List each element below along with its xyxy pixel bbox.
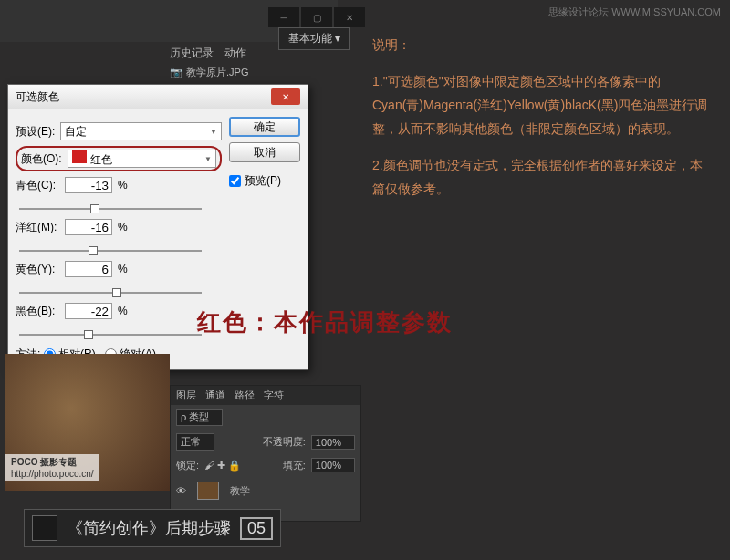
colors-select[interactable]: 红色 bbox=[68, 150, 216, 168]
black-input[interactable] bbox=[65, 303, 112, 319]
close-app-button[interactable]: ✕ bbox=[334, 7, 365, 27]
tab-history[interactable]: 历史记录 bbox=[170, 46, 214, 61]
tab-character[interactable]: 字符 bbox=[264, 389, 284, 402]
red-swatch bbox=[72, 150, 87, 163]
tab-actions[interactable]: 动作 bbox=[224, 46, 246, 61]
black-slider[interactable] bbox=[19, 330, 202, 339]
tab-paths[interactable]: 路径 bbox=[235, 389, 255, 402]
cancel-button[interactable]: 取消 bbox=[229, 142, 300, 162]
minimize-button[interactable]: ─ bbox=[268, 7, 299, 27]
black-label: 黑色(B): bbox=[16, 304, 59, 319]
layer-row[interactable]: 👁 教学 bbox=[171, 476, 360, 505]
pen-icon bbox=[32, 515, 57, 541]
colors-label: 颜色(O): bbox=[21, 151, 62, 167]
yellow-label: 黄色(Y): bbox=[16, 262, 59, 277]
layer-filter[interactable]: ρ 类型 bbox=[176, 409, 223, 426]
dialog-title: 可选颜色 bbox=[16, 89, 59, 105]
close-icon[interactable]: ✕ bbox=[271, 88, 300, 105]
cyan-slider[interactable] bbox=[19, 204, 202, 213]
preset-label: 预设(E): bbox=[16, 124, 55, 140]
opacity-input[interactable]: 100% bbox=[311, 435, 355, 450]
yellow-input[interactable] bbox=[65, 261, 112, 277]
tab-channels[interactable]: 通道 bbox=[205, 389, 225, 402]
magenta-slider[interactable] bbox=[19, 246, 202, 255]
magenta-label: 洋红(M): bbox=[16, 220, 59, 235]
ok-button[interactable]: 确定 bbox=[229, 117, 300, 137]
poco-watermark: POCO 摄影专题http://photo.poco.cn/ bbox=[5, 454, 99, 481]
annotation-headline: 红色：本作品调整参数 bbox=[197, 306, 453, 338]
tab-layers[interactable]: 图层 bbox=[176, 389, 196, 402]
site-watermark: 思缘设计论坛 WWW.MISSYUAN.COM bbox=[548, 5, 721, 19]
layers-panel: 图层 通道 路径 字符 ρ 类型 正常 不透明度: 100% 锁定:🖌 ✚ 🔒 … bbox=[170, 385, 361, 522]
preview-checkbox[interactable]: 预览(P) bbox=[229, 173, 300, 189]
cyan-input[interactable] bbox=[65, 177, 112, 193]
blend-mode[interactable]: 正常 bbox=[176, 433, 214, 451]
cyan-label: 青色(C): bbox=[16, 178, 59, 193]
tutorial-banner: 《简约创作》后期步骤 05 bbox=[24, 509, 281, 547]
fill-input[interactable]: 100% bbox=[311, 458, 355, 472]
yellow-slider[interactable] bbox=[19, 288, 202, 297]
preset-select[interactable]: 自定 bbox=[60, 122, 222, 140]
magenta-input[interactable] bbox=[65, 219, 112, 235]
maximize-button[interactable]: ▢ bbox=[301, 7, 332, 27]
explanation-text: 说明： 1."可选颜色"对图像中限定颜色区域中的各像素中的Cyan(青)Mage… bbox=[372, 33, 712, 213]
history-entry[interactable]: 📷 教学原片.JPG bbox=[170, 66, 248, 79]
workspace-switcher[interactable]: 基本功能 ▾ bbox=[278, 27, 350, 50]
